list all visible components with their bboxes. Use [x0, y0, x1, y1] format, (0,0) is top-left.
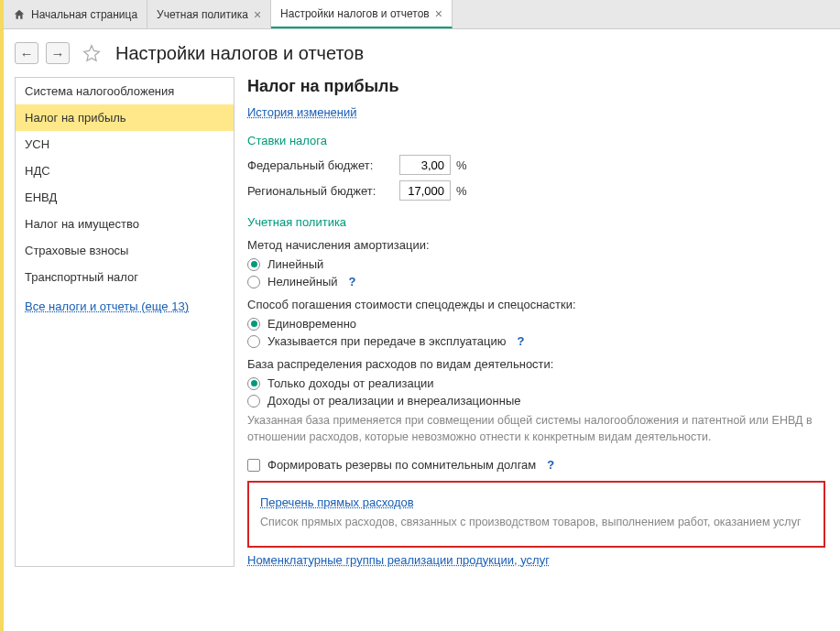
- regional-label: Региональный бюджет:: [247, 184, 394, 198]
- favorite-icon[interactable]: [82, 44, 101, 62]
- sidebar-item-property-tax[interactable]: Налог на имущество: [16, 211, 234, 237]
- radio-base-sales[interactable]: [247, 377, 260, 390]
- radio-workwear-onissue-label: Указывается при передаче в эксплуатацию: [267, 334, 506, 348]
- radio-base-all[interactable]: [247, 395, 260, 408]
- sidebar: Система налогообложения Налог на прибыль…: [15, 77, 235, 567]
- sidebar-item-vat[interactable]: НДС: [16, 158, 234, 184]
- sidebar-item-transport-tax[interactable]: Транспортный налог: [16, 264, 234, 290]
- sidebar-all-taxes-link[interactable]: Все налоги и отчеты (еще 13): [25, 299, 189, 313]
- sidebar-item-envd[interactable]: ЕНВД: [16, 184, 234, 211]
- radio-nonlinear-label: Нелинейный: [267, 275, 338, 288]
- radio-nonlinear[interactable]: [247, 276, 260, 288]
- workwear-label: Способ погашения стоимости спецодежды и …: [247, 298, 825, 311]
- sidebar-item-usn[interactable]: УСН: [16, 131, 234, 158]
- tab-home-label: Начальная страница: [31, 8, 137, 21]
- radio-linear-label: Линейный: [267, 257, 323, 271]
- checkbox-reserves[interactable]: [247, 459, 260, 472]
- radio-base-all-label: Доходы от реализации и внереализационные: [267, 394, 520, 408]
- highlight-box: Перечень прямых расходов Список прямых р…: [247, 481, 825, 548]
- base-label: База распределения расходов по видам дея…: [247, 357, 825, 371]
- tabs-bar: Начальная страница Учетная политика × На…: [4, 0, 840, 29]
- tab-home[interactable]: Начальная страница: [4, 0, 147, 28]
- help-icon[interactable]: ?: [547, 458, 554, 472]
- radio-workwear-onissue[interactable]: [247, 335, 260, 348]
- section-rates-title: Ставки налога: [247, 134, 825, 147]
- federal-input[interactable]: [399, 155, 451, 175]
- percent-sign: %: [456, 184, 467, 198]
- direct-expenses-hint: Список прямых расходов, связанных с прои…: [260, 515, 813, 531]
- regional-input[interactable]: [399, 180, 451, 201]
- amortization-label: Метод начисления амортизации:: [247, 238, 825, 252]
- nomenclature-groups-link[interactable]: Номенклатурные группы реализации продукц…: [247, 553, 550, 567]
- tab-label: Учетная политика: [157, 8, 248, 21]
- tab-accounting-policy[interactable]: Учетная политика ×: [147, 0, 271, 28]
- page-title: Настройки налогов и отчетов: [115, 43, 364, 64]
- tab-tax-settings[interactable]: Настройки налогов и отчетов ×: [271, 0, 453, 28]
- percent-sign: %: [456, 158, 467, 172]
- tab-label: Настройки налогов и отчетов: [280, 7, 430, 20]
- history-link[interactable]: История изменений: [247, 105, 357, 119]
- close-icon[interactable]: ×: [435, 6, 442, 21]
- back-button[interactable]: ←: [15, 42, 38, 64]
- help-icon[interactable]: ?: [349, 275, 356, 288]
- forward-button[interactable]: →: [46, 42, 70, 64]
- base-hint: Указанная база применяется при совмещени…: [247, 413, 825, 445]
- radio-linear[interactable]: [247, 258, 260, 271]
- checkbox-reserves-label: Формировать резервы по сомнительным долг…: [267, 458, 536, 472]
- sidebar-item-insurance[interactable]: Страховые взносы: [16, 237, 234, 264]
- direct-expenses-link[interactable]: Перечень прямых расходов: [260, 495, 414, 509]
- section-policy-title: Учетная политика: [247, 215, 825, 229]
- main-heading: Налог на прибыль: [247, 77, 825, 96]
- radio-workwear-once-label: Единовременно: [267, 317, 356, 331]
- federal-label: Федеральный бюджет:: [247, 158, 394, 172]
- home-icon: [13, 8, 26, 21]
- close-icon[interactable]: ×: [254, 7, 261, 22]
- help-icon[interactable]: ?: [517, 334, 524, 348]
- toolbar: ← → Настройки налогов и отчетов: [4, 29, 840, 77]
- sidebar-item-profit-tax[interactable]: Налог на прибыль: [16, 104, 234, 131]
- sidebar-item-tax-system[interactable]: Система налогообложения: [16, 78, 234, 104]
- radio-workwear-once[interactable]: [247, 318, 260, 331]
- radio-base-sales-label: Только доходы от реализации: [267, 376, 434, 390]
- main-panel: Налог на прибыль История изменений Ставк…: [247, 77, 829, 567]
